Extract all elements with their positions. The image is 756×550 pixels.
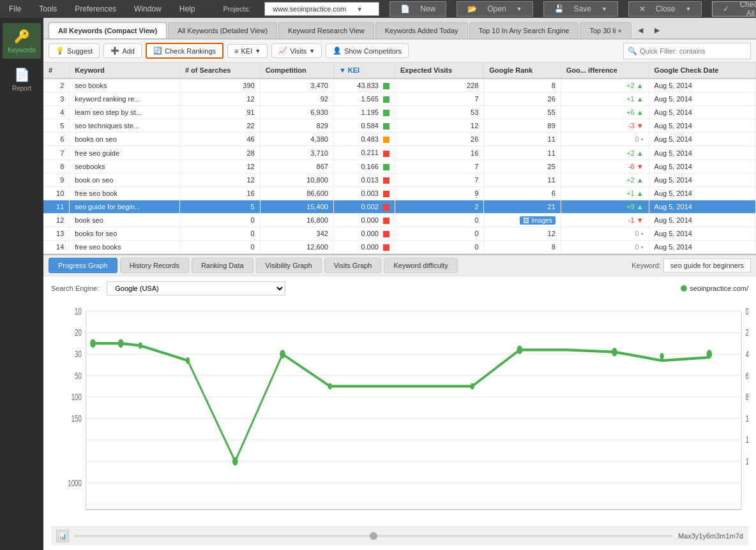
- tab-compact-view[interactable]: All Keywords (Compact View): [49, 22, 167, 38]
- tab-detailed-view[interactable]: All Keywords (Detailed View): [168, 22, 277, 38]
- tab-added-today[interactable]: Keywords Added Today: [375, 22, 468, 38]
- cell-keyword: books on seo: [70, 133, 180, 146]
- sidebar-item-keywords[interactable]: 🔑 Keywords: [3, 23, 41, 59]
- col-google-difference[interactable]: Goo... ifference: [561, 63, 649, 78]
- range-1m[interactable]: 1m: [725, 530, 735, 542]
- timeline-scrubber[interactable]: [370, 532, 377, 540]
- close-button[interactable]: ✕ Close ▼: [628, 1, 702, 17]
- cell-expected-visits: 9: [395, 186, 484, 200]
- search-engine-label: Search Engine:: [51, 285, 99, 292]
- kei-indicator: [383, 204, 389, 211]
- suggest-button[interactable]: 💡 Suggest: [49, 43, 100, 58]
- cell-difference: -3 ▼: [561, 119, 649, 133]
- svg-point-50: [470, 383, 474, 390]
- cell-google-rank: 25: [484, 160, 561, 173]
- cell-searches: 12: [179, 173, 260, 186]
- chart-icon[interactable]: 📊: [56, 530, 69, 542]
- svg-text:0: 0: [746, 306, 748, 317]
- kei-button[interactable]: ≡ KEI ▼: [227, 44, 268, 58]
- col-competition[interactable]: Competition: [260, 63, 333, 78]
- table-row[interactable]: 10 free seo book 16 86,600 0.003 9 6 +1 …: [43, 186, 756, 200]
- search-input[interactable]: [640, 47, 746, 55]
- table-row[interactable]: 14 free seo books 0 12,600 0.000 0 8 0 •…: [43, 241, 756, 254]
- cell-difference: +1 ▲: [561, 93, 649, 106]
- menu-help[interactable]: Help: [176, 2, 199, 16]
- bottom-tab-keyword-difficulty[interactable]: Keyword difficulty: [384, 258, 457, 273]
- diff-value: +9 ▲: [626, 203, 644, 211]
- table-row[interactable]: 7 free seo guide 28 3,710 0.211 16 11 +2…: [43, 146, 756, 160]
- cell-kei: 0.584: [333, 119, 395, 133]
- range-6m[interactable]: 6m: [706, 530, 716, 542]
- table-row[interactable]: 6 books on seo 46 4,380 0.483 26 11 0 • …: [43, 133, 756, 146]
- range-3m[interactable]: 3m: [716, 530, 725, 542]
- cell-searches: 0: [179, 213, 260, 227]
- cell-keyword: seobooks: [70, 160, 180, 173]
- tab-more-right[interactable]: ▶: [649, 22, 665, 38]
- table-row[interactable]: 9 book on seo 12 10,800 0.013 7 11 +2 ▲ …: [43, 173, 756, 186]
- col-google-rank[interactable]: Google Rank: [484, 63, 561, 78]
- cell-difference: 0 •: [561, 241, 649, 254]
- cell-difference: +2 ▲: [561, 146, 649, 160]
- menu-window[interactable]: Window: [130, 2, 165, 16]
- visits-button[interactable]: 📈 Visits ▼: [271, 43, 322, 58]
- suggest-icon: 💡: [56, 47, 64, 55]
- bottom-tab-history-records[interactable]: History Records: [120, 258, 189, 273]
- check-rankings-button[interactable]: 🔄 Check Rankings: [146, 43, 223, 59]
- range-7d[interactable]: 7d: [736, 530, 743, 542]
- col-keyword[interactable]: Keyword: [70, 63, 180, 78]
- bottom-tab-progress-graph[interactable]: Progress Graph: [49, 258, 117, 273]
- range-3y[interactable]: 3y: [692, 530, 699, 542]
- svg-text:Aug, 01 2013: Aug, 01 2013: [126, 514, 155, 515]
- table-row[interactable]: 8 seobooks 12 867 0.166 7 25 -6 ▼ Aug 5,…: [43, 160, 756, 173]
- bottom-tab-visibility-graph[interactable]: Visibility Graph: [256, 258, 322, 273]
- svg-text:Jul, 01 2014: Jul, 01 2014: [649, 514, 676, 515]
- add-button[interactable]: ➕ Add: [103, 43, 142, 58]
- diff-value: +1 ▲: [626, 190, 644, 197]
- range-max[interactable]: Max: [678, 530, 692, 542]
- table-row[interactable]: 13 books for seo 0 342 0.000 0 12 0 • Au…: [43, 227, 756, 241]
- table-row[interactable]: 12 book seo 0 16,800 0.000 0 🖼 Images -1…: [43, 213, 756, 227]
- action-bar: 💡 Suggest ➕ Add 🔄 Check Rankings ≡ KEI ▼…: [43, 40, 756, 63]
- check-rankings-icon: 🔄: [153, 47, 162, 55]
- close-dropdown-icon: ▼: [682, 3, 695, 15]
- bottom-tab-ranking-data[interactable]: Ranking Data: [192, 258, 253, 273]
- diff-value: 0 •: [635, 135, 644, 143]
- cell-num: 9: [43, 173, 70, 186]
- project-dropdown-icon: ▼: [352, 3, 367, 15]
- save-button[interactable]: 💾 Save ▼: [543, 1, 618, 17]
- table-row[interactable]: 3 keyword ranking re... 12 92 1.565 7 26…: [43, 93, 756, 106]
- tab-top30[interactable]: Top 30 li +: [580, 22, 631, 38]
- cell-searches: 5: [179, 200, 260, 213]
- cell-check-date: Aug 5, 2014: [649, 78, 755, 93]
- cell-kei: 0.000: [333, 241, 395, 254]
- range-1y[interactable]: 1y: [699, 530, 706, 542]
- col-searches[interactable]: # of Searches: [179, 63, 260, 78]
- table-row[interactable]: 4 learn seo step by st... 91 6,930 1.195…: [43, 106, 756, 119]
- cell-competition: 86,600: [260, 186, 333, 200]
- show-competitors-button[interactable]: 👤 Show Competitors: [326, 43, 409, 58]
- cell-num: 8: [43, 160, 70, 173]
- cell-difference: 0 •: [561, 227, 649, 241]
- new-button[interactable]: 📄 New: [389, 1, 446, 17]
- tab-more-left[interactable]: ◀: [633, 22, 648, 38]
- tab-research-view[interactable]: Keyword Research View: [278, 22, 374, 38]
- table-row[interactable]: 2 seo books 390 3,470 43.833 228 8 +2 ▲ …: [43, 78, 756, 93]
- menu-preferences[interactable]: Preferences: [71, 2, 120, 16]
- table-row[interactable]: 5 seo techniques ste... 22 829 0.584 12 …: [43, 119, 756, 133]
- check-all-button[interactable]: ✓ Check All: [712, 1, 756, 17]
- menu-file[interactable]: File: [5, 2, 25, 16]
- col-kei[interactable]: ▼ KEI: [333, 63, 395, 78]
- cell-searches: 0: [179, 241, 260, 254]
- open-button[interactable]: 📂 Open ▼: [457, 1, 533, 17]
- col-check-date[interactable]: Google Check Date: [649, 63, 755, 78]
- tab-top10[interactable]: Top 10 In Any Search Engine: [469, 22, 579, 38]
- search-engine-select[interactable]: Google (USA): [107, 281, 285, 295]
- col-expected-visits[interactable]: Expected Visits: [395, 63, 484, 78]
- bottom-tab-visits-graph[interactable]: Visits Graph: [324, 258, 382, 273]
- svg-text:Mar, 01 2014: Mar, 01 2014: [458, 514, 487, 515]
- menu-tools[interactable]: Tools: [35, 2, 61, 16]
- sidebar-item-report[interactable]: 📄 Report: [3, 61, 41, 97]
- project-selector[interactable]: www.seoinpractice.com ▼: [264, 2, 379, 16]
- cell-expected-visits: 0: [395, 227, 484, 241]
- table-row[interactable]: 11 seo guide for begin... 5 15,400 0.002…: [43, 200, 756, 213]
